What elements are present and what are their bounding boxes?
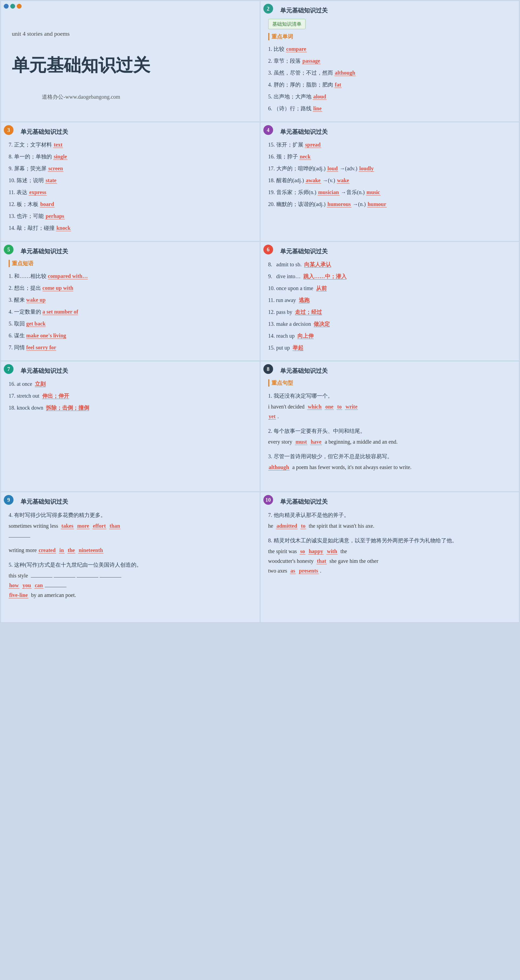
section-number-5: 5	[4, 245, 14, 255]
vocab-item-4: 4. 胖的；厚的；脂肪；肥肉 fat	[268, 80, 512, 89]
vocab-item-20: 20. 幽默的；该谐的(adj.) humorous →(n.) humour	[268, 200, 512, 208]
phrase-1: 1. 和……相比较 compared with…	[9, 271, 252, 281]
vocab-item-18: 18. 醒着的(adj.) awake →(v.) wake	[268, 176, 512, 185]
cell-2: 2 单元基础知识过关 基础知识清单 重点单词 1. 比较 compare 2. …	[261, 1, 519, 121]
phrase-9: 9. dive into… 跳入……中；潜入	[268, 272, 512, 281]
section-title-10: 单元基础知识过关	[280, 498, 512, 506]
phrase-17: 17. stretch out 伸出；伸开	[9, 391, 252, 400]
phrase-16: 16. at once 立刻	[9, 379, 252, 388]
phrase-12: 12. pass by 走过；经过	[268, 307, 512, 317]
phrase-3: 3. 醒来 wake up	[9, 295, 252, 304]
cell-3: 3 单元基础知识过关 7. 正文；文字材料 text 8. 单一的；单独的 si…	[1, 123, 260, 241]
sentence-title-8: 重点句型	[268, 379, 512, 387]
cell-8: 8 单元基础知识过关 重点句型 1. 我还没有决定写哪一个。 i haven't…	[261, 361, 519, 491]
cell-7: 7 单元基础知识过关 16. at once 立刻 17. stretch ou…	[1, 361, 260, 491]
section-title-7: 单元基础知识过关	[21, 367, 252, 375]
vocab-item-5: 5. 出声地；大声地 aloud	[268, 92, 512, 101]
vocab-item-9: 9. 屏幕；荧光屏 screen	[9, 164, 252, 173]
vocab-item-2: 2. 章节；段落 passage	[268, 57, 512, 65]
phrase-11: 11. run away 逃跑	[268, 296, 512, 305]
section-number-6: 6	[263, 245, 273, 255]
vocab-title: 重点单词	[268, 33, 512, 40]
vocab-item-17: 17. 大声的；喧哗的(adj.) loud →(adv.) loudly	[268, 164, 512, 173]
knowledge-box: 基础知识清单	[268, 19, 306, 29]
vocab-item-10: 10. 陈述；说明 state	[9, 176, 252, 185]
section-title-8: 单元基础知识过关	[280, 367, 512, 375]
sentence-1: 1. 我还没有决定写哪一个。 i haven't decided which o…	[268, 391, 512, 421]
sentence-4b: writing more created in the nineteenth	[9, 545, 252, 555]
sentence-3: 3. 尽管一首诗用词较少，但它并不总是比较容易写。 although a poe…	[268, 452, 512, 472]
phrase-6: 6. 谋生 make one's living	[9, 331, 252, 340]
main-grid: unit 4 stories and poems 单元基础知识过关 道格办公-w…	[0, 0, 520, 623]
cell-9: 9 单元基础知识过关 4. 有时写得少比写得多花费的精力更多。 sometime…	[1, 492, 260, 622]
phrase-14: 14. reach up 向上伸	[268, 331, 512, 340]
section-title-2: 单元基础知识过关	[280, 6, 512, 14]
website: 道格办公-www.daogebangong.com	[12, 93, 150, 100]
vocab-item-1: 1. 比较 compare	[268, 45, 512, 53]
section-number-4: 4	[263, 125, 273, 135]
vocab-item-11: 11. 表达 express	[9, 188, 252, 197]
vocab-item-14: 14. 敲；敲打；碰撞 knock	[9, 224, 252, 232]
cell-cover: unit 4 stories and poems 单元基础知识过关 道格办公-w…	[1, 1, 260, 121]
section-number-10: 10	[263, 495, 273, 505]
phrase-4: 4. 一定数量的 a set number of	[9, 307, 252, 316]
section-number-9: 9	[4, 495, 14, 505]
phrase-7: 7. 同情 feel sorry for	[9, 343, 252, 352]
section-number-2: 2	[263, 4, 273, 14]
phrase-10: 10. once upon a time 从前	[268, 283, 512, 293]
section-title-4: 单元基础知识过关	[280, 128, 512, 136]
section-title-6: 单元基础知识过关	[280, 247, 512, 256]
sentence-2: 2. 每个故事一定要有开头、中间和结尾。 every story must ha…	[268, 426, 512, 447]
vocab-item-7: 7. 正文；文字材料 text	[9, 140, 252, 149]
section-number-8: 8	[263, 364, 273, 374]
cell-10: 10 单元基础知识过关 7. 他向精灵承认那不是他的斧子。 he admitte…	[261, 492, 519, 622]
phrase-title-5: 重点短语	[9, 260, 252, 267]
phrase-18: 18. knock down 拆除；击倒；撞倒	[9, 403, 252, 412]
section-title-3: 单元基础知识过关	[21, 128, 252, 136]
sentence-7: 7. 他向精灵承认那不是他的斧子。 he admitted to the spi…	[268, 510, 512, 531]
vocab-item-3: 3. 虽然，尽管；不过，然而 although	[268, 68, 512, 77]
phrase-2: 2. 想出；提出 come up with	[9, 283, 252, 293]
vocab-item-16: 16. 颈；脖子 neck	[268, 152, 512, 161]
phrase-13: 13. make a decision 做决定	[268, 319, 512, 328]
sentence-5: 5. 这种(写作)方式是在十九世纪由一位美国诗人创造的。 this style …	[9, 560, 252, 600]
vocab-item-13: 13. 也许；可能 perhaps	[9, 212, 252, 220]
vocab-item-15: 15. 张开；扩展 spread	[268, 140, 512, 149]
section-title-9: 单元基础知识过关	[21, 498, 252, 506]
sentence-8: 8. 精灵对伐木工的诚实是如此满意，以至于她将另外两把斧子作为礼物给了他。 th…	[268, 536, 512, 576]
cell-5: 5 单元基础知识过关 重点短语 1. 和……相比较 compared with……	[1, 242, 260, 360]
phrase-8: 8. admit to sb. 向某人承认	[268, 260, 512, 269]
section-number-7: 7	[4, 364, 14, 374]
section-title-5: 单元基础知识过关	[21, 247, 252, 256]
phrase-15: 15. put up 举起	[268, 343, 512, 352]
unit-label: unit 4 stories and poems	[12, 30, 150, 37]
vocab-item-19: 19. 音乐家；乐师(n.) musician →音乐(n.) music	[268, 188, 512, 197]
section-number-3: 3	[4, 125, 14, 135]
cell-4: 4 单元基础知识过关 15. 张开；扩展 spread 16. 颈；脖子 nec…	[261, 123, 519, 241]
phrase-5: 5. 取回 get back	[9, 319, 252, 328]
cell-6: 6 单元基础知识过关 8. admit to sb. 向某人承认 9. dive…	[261, 242, 519, 360]
main-title: 单元基础知识过关	[12, 54, 150, 77]
vocab-item-6: 6. （诗）行；路线 line	[268, 104, 512, 113]
vocab-item-12: 12. 板；木板 board	[9, 200, 252, 208]
vocab-item-8: 8. 单一的；单独的 single	[9, 152, 252, 161]
sentence-4: 4. 有时写得少比写得多花费的精力更多。 sometimes writing l…	[9, 510, 252, 541]
